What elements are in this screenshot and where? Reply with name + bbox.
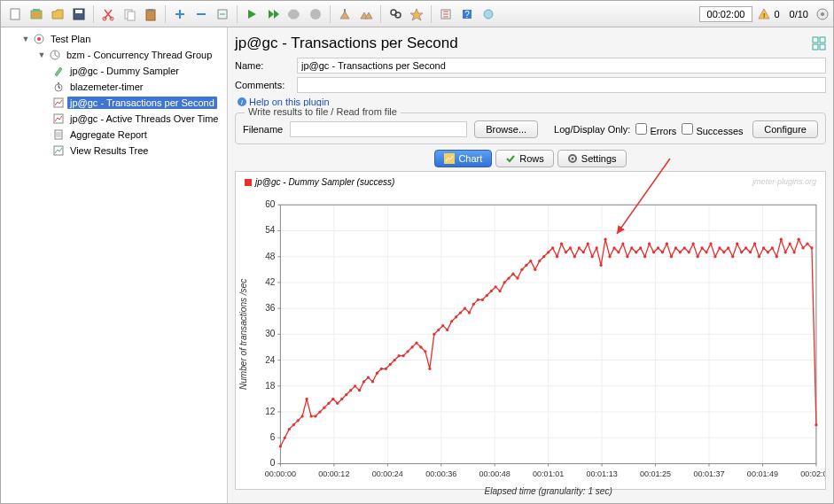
svg-point-118	[323, 407, 325, 409]
svg-point-172	[560, 242, 563, 244]
tab-settings[interactable]: Settings	[557, 150, 627, 167]
svg-point-206	[709, 242, 712, 244]
svg-point-148	[455, 315, 457, 318]
svg-point-130	[376, 372, 378, 375]
tree-item[interactable]: View Results Tree	[67, 144, 151, 157]
tab-chart[interactable]: Chart	[434, 150, 492, 167]
svg-point-211	[731, 255, 734, 258]
filename-input[interactable]	[290, 121, 467, 137]
toggle-icon[interactable]	[213, 4, 232, 24]
svg-point-12	[310, 9, 321, 19]
comments-input[interactable]	[297, 77, 826, 93]
svg-point-129	[371, 380, 374, 383]
svg-point-24	[37, 37, 41, 41]
editor-title: jp@gc - Transactions per Second	[235, 35, 458, 52]
browse-button[interactable]: Browse...	[474, 120, 538, 138]
tab-rows[interactable]: Rows	[495, 150, 554, 167]
help-icon[interactable]: ?	[457, 4, 477, 24]
svg-point-184	[612, 246, 615, 249]
svg-point-205	[705, 251, 707, 253]
svg-point-114	[305, 398, 308, 400]
svg-text:24: 24	[265, 355, 276, 365]
svg-point-199	[679, 251, 682, 253]
name-input[interactable]	[297, 58, 826, 74]
svg-text:00:00:36: 00:00:36	[425, 469, 456, 478]
svg-point-179	[591, 255, 594, 258]
reset-search-icon[interactable]	[407, 4, 426, 24]
search-icon[interactable]	[386, 4, 405, 24]
thread-dump-icon[interactable]	[479, 4, 498, 24]
tree-toggle-icon[interactable]: ▼	[36, 50, 47, 60]
svg-point-153	[477, 299, 479, 301]
svg-point-185	[617, 251, 620, 253]
stop-icon[interactable]	[284, 4, 304, 24]
svg-point-144	[437, 329, 440, 331]
svg-point-115	[309, 415, 312, 417]
svg-point-212	[736, 242, 738, 244]
save-icon[interactable]	[69, 4, 89, 24]
shutdown-icon[interactable]	[306, 4, 325, 24]
graph-icon	[52, 97, 65, 109]
svg-point-186	[621, 242, 624, 244]
svg-point-195	[661, 251, 664, 253]
tree-toggle-icon[interactable]: ▼	[20, 34, 31, 44]
svg-text:?: ?	[464, 10, 470, 19]
tree-item-selected[interactable]: jp@gc - Transactions per Second	[67, 97, 217, 109]
svg-point-121	[336, 402, 339, 405]
tree-group-label[interactable]: bzm - Concurrency Thread Group	[64, 49, 214, 61]
tree-item[interactable]: blazemeter-timer	[67, 81, 146, 93]
svg-point-229	[810, 246, 813, 249]
svg-text:0: 0	[270, 458, 276, 468]
clear-all-icon[interactable]	[356, 4, 376, 24]
svg-point-201	[688, 251, 690, 253]
configure-button[interactable]: Configure	[752, 120, 818, 138]
svg-point-208	[718, 246, 721, 249]
svg-point-156	[490, 290, 493, 292]
test-plan-tree[interactable]: ▼ Test Plan ▼ bzm - Concurrency Thread G…	[1, 27, 228, 503]
svg-text:48: 48	[265, 252, 276, 261]
svg-point-147	[450, 320, 453, 322]
svg-text:00:00:00: 00:00:00	[265, 469, 296, 478]
svg-point-187	[626, 255, 628, 258]
new-icon[interactable]	[5, 4, 25, 24]
run-noTimers-icon[interactable]	[263, 4, 283, 24]
tree-root-label[interactable]: Test Plan	[48, 33, 93, 45]
svg-point-122	[340, 398, 343, 400]
copy-icon[interactable]	[120, 4, 139, 24]
svg-point-113	[301, 415, 304, 417]
svg-point-227	[801, 246, 804, 249]
svg-point-128	[367, 376, 370, 378]
svg-point-124	[349, 389, 352, 392]
svg-rect-2	[33, 9, 40, 12]
rows-tab-icon	[505, 153, 516, 164]
expand-all-icon[interactable]	[812, 36, 826, 50]
svg-point-218	[762, 246, 765, 249]
expand-icon[interactable]	[170, 4, 190, 24]
run-icon[interactable]	[242, 4, 261, 24]
thread-count: 0/10	[790, 9, 808, 19]
svg-rect-33	[820, 37, 825, 43]
errors-checkbox[interactable]: Errors	[635, 123, 676, 136]
collapse-icon[interactable]	[191, 4, 211, 24]
svg-point-182	[604, 238, 606, 241]
report-icon	[52, 128, 65, 141]
cut-icon[interactable]	[98, 4, 118, 24]
svg-point-133	[389, 363, 392, 366]
svg-point-145	[441, 324, 444, 327]
clear-icon[interactable]	[335, 4, 355, 24]
tree-item[interactable]: Aggregate Report	[67, 128, 150, 141]
svg-point-202	[692, 242, 695, 244]
svg-point-228	[806, 242, 808, 244]
svg-point-181	[600, 264, 603, 267]
open-icon[interactable]	[48, 4, 67, 24]
svg-rect-13	[344, 9, 346, 12]
svg-point-167	[538, 260, 541, 262]
tree-item[interactable]: jp@gc - Active Threads Over Time	[67, 112, 221, 125]
svg-text:00:01:49: 00:01:49	[747, 469, 778, 478]
function-icon[interactable]	[436, 4, 456, 24]
successes-checkbox[interactable]: Successes	[682, 123, 743, 136]
paste-icon[interactable]	[141, 4, 160, 24]
templates-icon[interactable]	[27, 4, 46, 24]
svg-point-139	[415, 341, 417, 344]
tree-item[interactable]: jp@gc - Dummy Sampler	[67, 65, 182, 77]
